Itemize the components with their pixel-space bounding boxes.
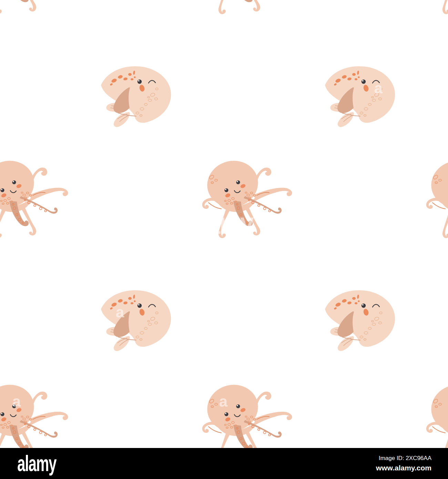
fish-illustration: [101, 290, 171, 351]
octopus-illustration: [202, 0, 292, 14]
octopus-illustration: [426, 155, 448, 238]
image-id-text: Image ID: 2XC96AA: [379, 455, 431, 462]
octopus-illustration: [202, 379, 292, 448]
fish-illustration: [325, 290, 395, 351]
octopus-illustration: [426, 379, 448, 448]
alamy-footer-bar: alamy Image ID: 2XC96AA www.alamy.com: [0, 448, 448, 479]
octopus-illustration: [426, 0, 448, 14]
fish-illustration: [325, 66, 395, 127]
octopus-illustration: [0, 0, 68, 14]
stock-image-page: alamy a a a a alamy Image ID: 2XC96AA ww…: [0, 0, 448, 479]
seamless-sea-pattern: [0, 0, 448, 448]
fish-illustration: [101, 66, 171, 127]
footer-info: Image ID: 2XC96AA www.alamy.com: [376, 455, 431, 472]
octopus-illustration: [0, 379, 68, 448]
alamy-logo: alamy: [17, 452, 56, 475]
octopus-illustration: [202, 155, 292, 238]
octopus-illustration: [0, 155, 68, 238]
alamy-website-text: www.alamy.com: [376, 464, 431, 472]
